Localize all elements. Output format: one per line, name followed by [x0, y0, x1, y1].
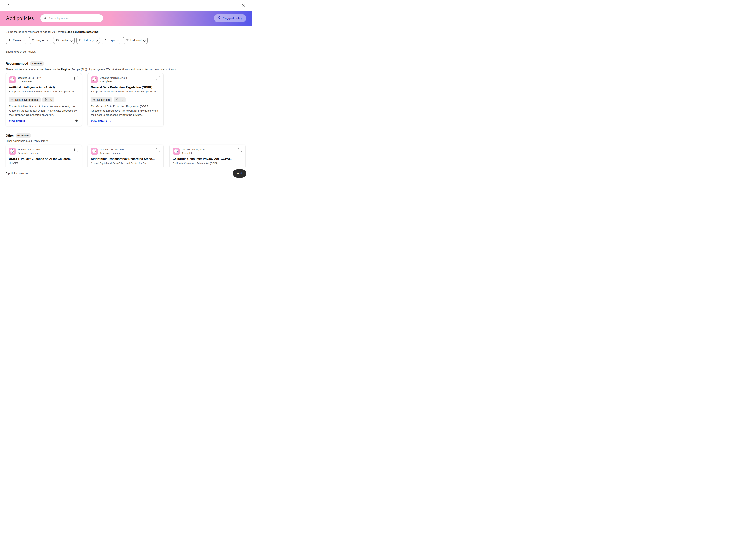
policy-icon-tile: ★★★★★★★★★★★★ [9, 148, 16, 155]
card-meta: Updated Feb 20, 2024 Templates pending [100, 148, 124, 155]
view-details-link[interactable]: View details [91, 119, 111, 123]
policy-title: California Consumer Privacy Act (CCPA)..… [173, 157, 242, 161]
card-footer: View details [91, 119, 160, 123]
policy-org: European Parliament and the Council of t… [91, 90, 160, 93]
footer-bar: 0 policies selected Add [0, 167, 252, 179]
svg-text:★: ★ [175, 149, 176, 150]
select-policy-checkbox[interactable] [74, 148, 78, 152]
svg-text:★: ★ [11, 149, 12, 150]
svg-text:★: ★ [94, 149, 95, 150]
tag-chip: EU [42, 97, 54, 102]
suggest-policy-button[interactable]: Suggest policy [214, 14, 246, 22]
svg-text:★: ★ [176, 149, 176, 150]
svg-text:★: ★ [12, 152, 13, 153]
svg-text:★: ★ [11, 151, 11, 151]
search-input[interactable] [49, 16, 100, 20]
factory-icon [79, 38, 82, 42]
external-link-icon [108, 119, 111, 123]
pin-icon [44, 98, 47, 101]
svg-text:★: ★ [93, 80, 94, 81]
policy-org: Central Digital and Data Office and Cent… [91, 162, 160, 165]
filter-label: Followed [130, 39, 142, 42]
selected-count: 0 [6, 172, 7, 175]
filter-label: Type [109, 39, 115, 42]
person-icon [8, 38, 12, 42]
recommended-desc-bold: Region [61, 68, 70, 71]
results-summary: Showing 95 of 95 Policies [6, 50, 246, 53]
filter-bar: OwnerRegionSectorIndustryTypeFollowed [6, 37, 246, 44]
policy-card: ★★★★★★★★★★★★ Updated Jul 30, 2024 12 tem… [6, 73, 82, 126]
policy-title: Artificial Intelligence Act (AI Act) [9, 86, 78, 89]
select-policy-checkbox[interactable] [74, 76, 78, 80]
close-icon [241, 3, 246, 8]
svg-text:★: ★ [13, 80, 13, 81]
templates-label: 1 template [182, 151, 205, 155]
card-meta: Updated Apr 4, 2024 Templates pending [18, 148, 40, 155]
updated-label: Updated Feb 20, 2024 [100, 148, 124, 151]
templates-label: 12 templates [18, 80, 41, 83]
eu-stars-icon: ★★★★★★★★★★★★ [10, 77, 15, 83]
chevron-down-icon [70, 39, 72, 41]
view-details-label: View details [9, 120, 25, 123]
close-button[interactable] [241, 3, 246, 8]
top-bar [0, 0, 252, 11]
star-filled-icon[interactable]: ★ [75, 119, 78, 123]
svg-text:★: ★ [93, 80, 93, 81]
back-button[interactable] [6, 3, 12, 8]
templates-label: Templates pending [18, 151, 40, 155]
filter-button-region[interactable]: Region [29, 37, 51, 44]
selected-label: policies selected [7, 172, 29, 175]
updated-label: Updated Jul 30, 2024 [18, 76, 41, 80]
filter-button-industry[interactable]: Industry [76, 37, 100, 44]
chevron-down-icon [23, 39, 24, 41]
svg-text:★: ★ [95, 80, 95, 81]
filter-button-type[interactable]: Type [102, 37, 121, 44]
back-arrow-icon [7, 3, 11, 8]
filter-button-sector[interactable]: Sector [53, 37, 74, 44]
svg-text:★: ★ [93, 79, 93, 80]
select-policy-checkbox[interactable] [156, 76, 160, 80]
svg-text:★: ★ [94, 81, 95, 81]
filter-label: Industry [84, 39, 94, 42]
svg-text:★: ★ [12, 81, 13, 81]
suggest-policy-label: Suggest policy [223, 17, 242, 20]
policy-title: Algorithmic Transparency Recording Stand… [91, 157, 160, 161]
eu-stars-icon: ★★★★★★★★★★★★ [92, 148, 97, 154]
other-title: Other [6, 134, 14, 137]
svg-text:★: ★ [176, 152, 177, 152]
add-button[interactable]: Add [233, 169, 246, 178]
policy-description: The Artificial Intelligence Act, also kn… [9, 104, 78, 117]
filter-button-owner[interactable]: Owner [6, 37, 27, 44]
svg-text:★: ★ [175, 152, 176, 152]
intro-text: Select the policies you want to add for … [6, 30, 246, 33]
lightbulb-icon [218, 16, 221, 21]
tag-label: EU [120, 98, 123, 101]
search-icon [43, 16, 47, 21]
policy-title: UNICEF Policy Guidance on AI for Childre… [9, 157, 78, 161]
svg-text:★: ★ [93, 78, 94, 79]
select-policy-checkbox[interactable] [238, 148, 242, 152]
svg-text:★: ★ [11, 152, 12, 152]
policy-card: ★★★★★★★★★★★★ Updated Jul 15, 2024 1 temp… [169, 145, 246, 167]
pin-icon [32, 38, 35, 42]
star-icon [126, 38, 129, 42]
system-name: Job candidate matching [68, 30, 98, 33]
card-meta: Updated Jul 15, 2024 1 template [182, 148, 205, 155]
svg-text:★: ★ [93, 149, 94, 150]
filter-button-followed[interactable]: Followed [123, 37, 148, 44]
updated-label: Updated March 30, 2024 [100, 76, 127, 80]
svg-text:★: ★ [94, 78, 95, 78]
svg-text:★: ★ [95, 151, 96, 152]
recommended-section-header: Recommended 2 policies [6, 62, 246, 66]
recommended-desc-suffix: (Europe (EU)) of your system. We priorit… [70, 68, 176, 71]
policy-org: European Parliament and the Council of t… [9, 90, 78, 93]
policy-icon-tile: ★★★★★★★★★★★★ [91, 148, 98, 155]
policy-card: ★★★★★★★★★★★★ Updated Feb 20, 2024 Templa… [87, 145, 164, 167]
select-policy-checkbox[interactable] [156, 148, 160, 152]
card-header: ★★★★★★★★★★★★ Updated Apr 4, 2024 Templat… [9, 148, 78, 155]
view-details-link[interactable]: View details [9, 119, 29, 123]
shapes-icon [104, 38, 108, 42]
view-details-label: View details [91, 120, 107, 123]
filter-label: Owner [13, 39, 21, 42]
tag-chip: Regulation [91, 97, 112, 102]
